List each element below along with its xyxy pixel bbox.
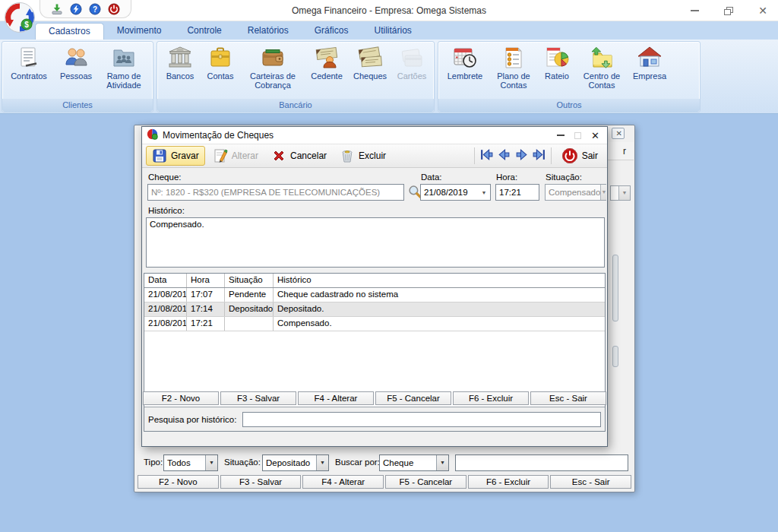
- buscar-input[interactable]: [455, 454, 628, 471]
- cheque-input[interactable]: [147, 184, 404, 201]
- main-titlebar: $ ? Omega Financeiro - Empresa: Omega Si…: [0, 0, 778, 21]
- dialog-fkey-bar: F2 - Novo F3 - Salvar F4 - Alterar F5 - …: [143, 391, 606, 405]
- next-record-icon[interactable]: [514, 147, 529, 165]
- ribbon-item-plano-de-contas[interactable]: Plano de Contas: [489, 43, 538, 91]
- f5-cancelar-button[interactable]: F5 - Cancelar: [375, 391, 451, 405]
- f3-salvar-button[interactable]: F3 - Salvar: [220, 391, 296, 405]
- window-controls: ✕: [691, 0, 767, 21]
- last-record-icon[interactable]: [532, 147, 546, 165]
- ribbon-item-contas[interactable]: Contas: [201, 43, 240, 82]
- f4-alterar-button[interactable]: F4 - Alterar: [298, 391, 374, 405]
- minimize-icon[interactable]: [691, 10, 699, 11]
- tab-relatorios[interactable]: Relatórios: [235, 23, 302, 40]
- history-table-panel: Data Hora Situação Histórico 21/08/2019 …: [144, 273, 606, 432]
- cancelar-button[interactable]: Cancelar: [266, 147, 332, 165]
- window-title: Omega Financeiro - Empresa: Omega Sistem…: [0, 0, 778, 21]
- ribbon-item-cedente[interactable]: Cedente: [305, 43, 348, 82]
- history-table[interactable]: Data Hora Situação Histórico 21/08/2019 …: [144, 274, 605, 407]
- situacao-filter-label: Situação:: [224, 458, 261, 467]
- ribbon-item-rateio[interactable]: Rateio: [538, 43, 576, 82]
- toolbar-separator: [551, 147, 552, 164]
- pesquisa-input[interactable]: [242, 412, 601, 427]
- calendar-clock-icon: [452, 45, 478, 71]
- table-row[interactable]: 21/08/2019 17:07 Pendente Cheque cadastr…: [144, 288, 605, 302]
- ribbon: Contratos Pessoas Ramo de Atividade Clie…: [0, 40, 778, 114]
- data-combobox[interactable]: 21/08/2019 ▼: [420, 184, 491, 201]
- background-scrollbar[interactable]: [612, 255, 618, 321]
- situacao-filter-combobox[interactable]: Depositado ▼: [262, 454, 329, 471]
- f4-alterar-button[interactable]: F4 - Alterar: [302, 475, 384, 489]
- f2-novo-button[interactable]: F2 - Novo: [143, 391, 219, 405]
- restore-icon[interactable]: [724, 7, 733, 15]
- chevron-down-icon: ▼: [316, 455, 328, 470]
- app-window: $ ? Omega Financeiro - Empresa: Omega Si…: [0, 0, 778, 532]
- account-plan-icon: [501, 45, 527, 71]
- ribbon-item-pessoas[interactable]: Pessoas: [53, 43, 99, 82]
- ribbon-item-lembrete[interactable]: Lembrete: [441, 43, 489, 82]
- hora-input[interactable]: [495, 184, 539, 201]
- f2-novo-button[interactable]: F2 - Novo: [138, 475, 219, 489]
- column-header-situacao[interactable]: Situação: [225, 274, 274, 287]
- sair-button[interactable]: Sair: [556, 146, 603, 166]
- ribbon-item-centro-de-contas[interactable]: Centro de Contas: [576, 43, 628, 91]
- ribbon-item-contratos[interactable]: Contratos: [5, 43, 53, 82]
- f3-salvar-button[interactable]: F3 - Salvar: [220, 475, 302, 489]
- f6-excluir-button[interactable]: F6 - Excluir: [468, 475, 549, 489]
- red-x-icon: [271, 148, 286, 163]
- table-header-row: Data Hora Situação Histórico: [144, 274, 605, 288]
- background-sair-label-partial: r: [623, 146, 626, 157]
- tipo-label: Tipo:: [144, 458, 163, 467]
- folder-arrows-icon: [589, 45, 615, 71]
- f6-excluir-button[interactable]: F6 - Excluir: [453, 391, 529, 405]
- f5-cancelar-button[interactable]: F5 - Cancelar: [385, 475, 466, 489]
- buscar-por-combobox[interactable]: Cheque ▼: [379, 454, 449, 471]
- background-combo-fragment: ▼: [610, 185, 631, 201]
- gravar-button[interactable]: Gravar: [146, 146, 205, 166]
- ribbon-item-cheques[interactable]: Cheques: [348, 43, 392, 82]
- table-row[interactable]: 21/08/2019 17:21 Compensado.: [144, 317, 605, 331]
- column-header-data[interactable]: Data: [144, 274, 187, 287]
- background-close-icon[interactable]: ✕: [612, 128, 625, 139]
- minimize-icon[interactable]: [557, 135, 565, 136]
- tab-controle[interactable]: Controle: [174, 23, 234, 40]
- ribbon-item-empresa[interactable]: Empresa: [628, 43, 672, 82]
- tab-movimento[interactable]: Movimento: [104, 23, 175, 40]
- edit-pencil-icon: [213, 148, 228, 163]
- historico-textarea[interactable]: Compensado.: [146, 217, 605, 268]
- esc-sair-button[interactable]: Esc - Sair: [530, 391, 606, 405]
- tab-cadastros[interactable]: Cadastros: [35, 23, 104, 40]
- column-header-hora[interactable]: Hora: [187, 274, 225, 287]
- dialog-titlebar: Movimentação de Cheques ✕: [142, 127, 607, 144]
- tipo-combobox[interactable]: Todos ▼: [163, 454, 218, 471]
- close-icon[interactable]: ✕: [591, 130, 599, 141]
- chevron-down-icon: ▼: [618, 186, 630, 200]
- tab-utilitarios[interactable]: Utilitários: [361, 23, 424, 40]
- ribbon-group-bancario: Bancos Contas Carteiras de Cobrança Cede…: [157, 41, 435, 112]
- cheque-label: Cheque:: [148, 173, 181, 182]
- wallet-icon: [260, 45, 286, 71]
- close-icon[interactable]: ✕: [758, 0, 767, 21]
- ribbon-item-ramo-de-atividade[interactable]: Ramo de Atividade: [99, 43, 149, 91]
- cheque-person-icon: [314, 45, 340, 71]
- ribbon-item-cartoes: Cartões: [392, 43, 432, 82]
- pesquisa-label: Pesquisa por histórico:: [148, 415, 236, 424]
- group-caption-bancario: Bancário: [157, 99, 434, 112]
- ribbon-item-carteiras-de-cobranca[interactable]: Carteiras de Cobrança: [240, 43, 305, 91]
- ribbon-item-bancos[interactable]: Bancos: [160, 43, 201, 82]
- background-filter-row: Tipo: Todos ▼ Situação: Depositado ▼ Bus…: [134, 453, 634, 473]
- record-navigation: [479, 147, 546, 165]
- power-icon: [561, 147, 578, 164]
- situacao-combobox: Compensado ▼: [545, 184, 606, 201]
- chevron-down-icon: ▼: [205, 455, 217, 470]
- search-row: Pesquisa por histórico:: [144, 407, 605, 431]
- previous-record-icon[interactable]: [497, 147, 511, 165]
- column-header-historico[interactable]: Histórico: [274, 274, 605, 287]
- excluir-button[interactable]: Excluir: [334, 147, 391, 165]
- background-scrollbar-thumb[interactable]: [612, 346, 618, 367]
- app-logo-icon[interactable]: $: [4, 2, 36, 33]
- esc-sair-button[interactable]: Esc - Sair: [550, 475, 631, 489]
- tab-graficos[interactable]: Gráficos: [302, 23, 362, 40]
- first-record-icon[interactable]: [479, 147, 494, 165]
- table-row-selected[interactable]: 21/08/2019 17:14 Depositado Depositado.: [144, 302, 605, 317]
- chevron-down-icon: ▼: [478, 190, 490, 195]
